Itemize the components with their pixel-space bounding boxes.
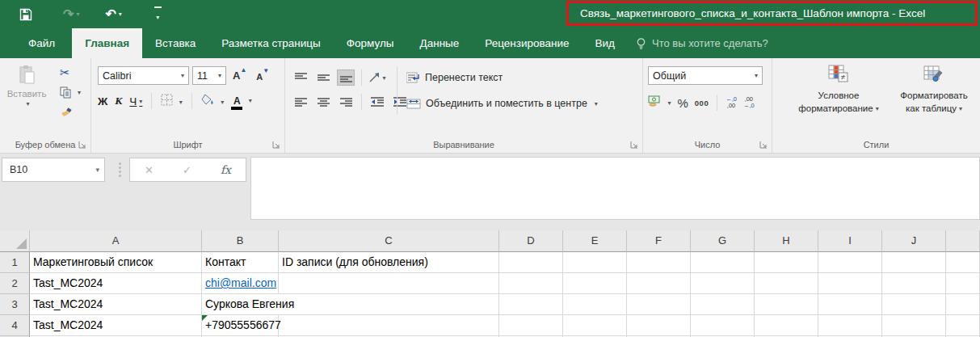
cell-b4[interactable]: +79055556677 [202,315,279,336]
cell-b1[interactable]: Контакт [202,252,279,273]
cell-a2[interactable]: Tast_MC2024 [30,273,202,294]
column-header-d[interactable]: D [499,230,563,252]
column-header-j[interactable]: J [882,230,946,252]
decrease-indent-button[interactable] [368,94,386,110]
bold-button[interactable]: Ж [98,95,107,107]
cell-f1[interactable] [627,252,691,273]
cell-j2[interactable] [882,273,946,294]
cell-i1[interactable] [818,252,882,273]
cell-c3[interactable] [279,294,499,315]
align-center-button[interactable] [314,94,332,110]
font-size-combo[interactable]: 11 ▾ [192,66,226,85]
currency-format-button[interactable] [648,95,671,110]
cell-i4[interactable] [818,315,882,336]
column-header-g[interactable]: G [691,230,755,252]
column-header-b[interactable]: B [202,230,279,252]
tell-me-box[interactable]: Что вы хотите сделать? [636,28,768,58]
cell-h4[interactable] [755,315,818,336]
cell-k2[interactable] [946,273,980,294]
cell-k1[interactable] [946,252,980,273]
select-all-button[interactable] [0,230,30,252]
cell-d3[interactable] [499,294,563,315]
customize-qat-button[interactable]: ▾ [154,6,162,22]
cell-k4[interactable] [946,315,980,336]
cut-button[interactable] [60,66,81,79]
cell-k3[interactable] [946,294,980,315]
cell-d4[interactable] [499,315,563,336]
tab-data[interactable]: Данные [407,28,473,58]
decrease-font-size-button[interactable]: A▼ [253,70,272,82]
cell-f2[interactable] [627,273,691,294]
save-button[interactable] [19,8,32,21]
enter-button[interactable] [183,164,191,176]
align-right-button[interactable] [337,94,355,110]
insert-function-button[interactable]: fx [221,163,231,176]
align-bottom-button[interactable] [337,70,355,86]
cancel-button[interactable] [145,164,154,176]
tab-file[interactable]: Файл [11,28,72,58]
cell-f3[interactable] [627,294,691,315]
cell-e3[interactable] [563,294,627,315]
italic-button[interactable]: К [115,95,122,107]
column-header-e[interactable]: E [563,230,627,252]
cell-h1[interactable] [755,252,818,273]
clipboard-dialog-launcher[interactable] [78,141,86,149]
column-header-partial[interactable] [946,230,980,252]
cell-e2[interactable] [563,273,627,294]
column-header-a[interactable]: A [30,230,202,252]
tab-page-layout[interactable]: Разметка страницы [208,28,333,58]
copy-button[interactable] [60,86,81,99]
font-color-button[interactable]: А [231,93,251,110]
align-middle-button[interactable] [314,70,332,86]
align-left-button[interactable] [292,94,309,110]
column-header-f[interactable]: F [627,230,691,252]
increase-font-size-button[interactable]: A▲ [229,70,250,82]
cell-a4[interactable]: Tast_MC2024 [30,315,202,336]
borders-button[interactable] [161,94,182,109]
tab-insert[interactable]: Вставка [142,28,208,58]
merge-center-button[interactable]: Объединить и поместить в центре [406,94,598,113]
font-name-combo[interactable]: Calibri ▾ [98,66,189,85]
number-dialog-launcher[interactable] [759,141,768,149]
cell-h3[interactable] [755,294,818,315]
number-format-combo[interactable]: Общий ▾ [648,66,763,85]
orientation-button[interactable] [368,70,386,86]
cell-g1[interactable] [691,252,755,273]
decrease-decimal-button[interactable]: ,00 →,0 [743,96,755,109]
cell-b3[interactable]: Суркова Евгения [202,294,279,315]
cell-d2[interactable] [499,273,563,294]
format-as-table-button[interactable]: Форматировать как таблицу [894,65,974,116]
row-header-1[interactable]: 1 [0,252,30,273]
name-box[interactable]: B10 ▾ [2,158,105,182]
cell-h2[interactable] [755,273,818,294]
row-header-3[interactable]: 3 [0,294,30,315]
tab-formulas[interactable]: Формулы [334,28,407,58]
cell-e4[interactable] [563,315,627,336]
cell-j3[interactable] [882,294,946,315]
align-top-button[interactable] [292,70,309,86]
wrap-text-button[interactable]: Перенести текст [406,68,598,87]
tab-home[interactable]: Главная [72,28,142,58]
column-header-h[interactable]: H [755,230,818,252]
cell-e1[interactable] [563,252,627,273]
paste-button[interactable]: Вставить [5,65,48,108]
formula-input[interactable] [250,157,980,220]
alignment-dialog-launcher[interactable] [630,141,638,149]
cell-a1[interactable]: Маркетинговый список [30,252,202,273]
redo-button[interactable]: ▾ [63,8,79,21]
column-header-c[interactable]: C [279,230,499,252]
cell-j1[interactable] [882,252,946,273]
formula-bar-handle[interactable] [119,162,121,177]
cell-c2[interactable] [279,273,499,294]
increase-decimal-button[interactable]: ←,0 ,00 [726,96,737,109]
conditional-formatting-button[interactable]: ≠ Условное форматирование [787,65,890,116]
cell-b2[interactable]: chi@mail.com [202,273,279,294]
fill-color-button[interactable] [201,94,224,109]
cell-i3[interactable] [818,294,882,315]
cell-a3[interactable]: Tast_MC2024 [30,294,202,315]
undo-button[interactable]: ▾ [105,8,121,21]
cell-c4[interactable] [279,315,499,336]
paste-dropdown-icon[interactable] [5,99,48,108]
cell-d1[interactable] [499,252,563,273]
cell-f4[interactable] [627,315,691,336]
